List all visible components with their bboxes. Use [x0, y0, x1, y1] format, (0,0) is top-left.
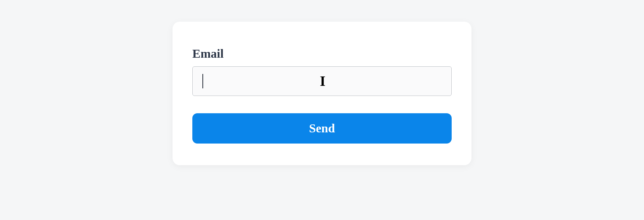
email-input-wrapper: I — [192, 66, 452, 96]
email-input[interactable] — [192, 66, 452, 96]
send-button[interactable]: Send — [192, 113, 452, 144]
form-card: Email I Send — [173, 22, 471, 165]
email-label: Email — [192, 47, 452, 61]
